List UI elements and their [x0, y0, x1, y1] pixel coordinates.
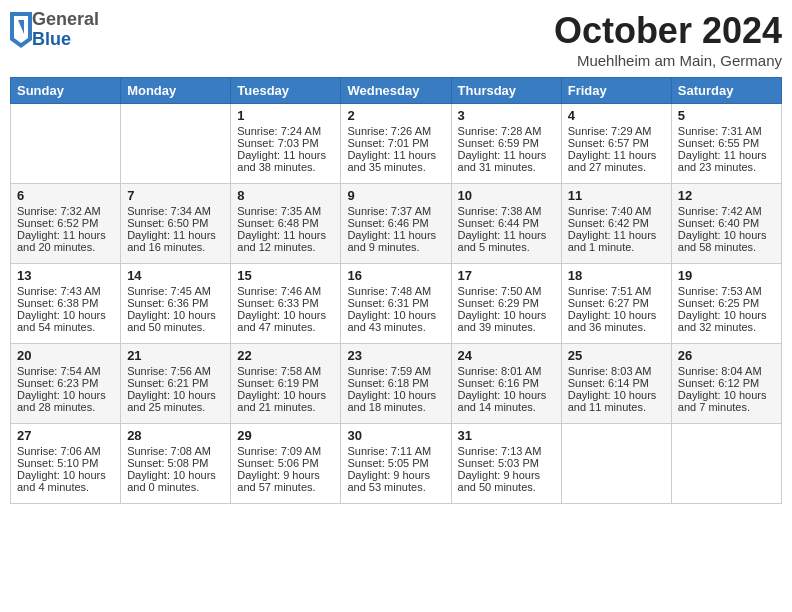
title-block: October 2024 Muehlheim am Main, Germany [554, 10, 782, 69]
sunset-text: Sunset: 5:10 PM [17, 457, 114, 469]
sunrise-text: Sunrise: 7:58 AM [237, 365, 334, 377]
location: Muehlheim am Main, Germany [554, 52, 782, 69]
daylight-text: Daylight: 11 hours and 9 minutes. [347, 229, 444, 253]
sunset-text: Sunset: 6:55 PM [678, 137, 775, 149]
calendar-cell: 16Sunrise: 7:48 AMSunset: 6:31 PMDayligh… [341, 264, 451, 344]
sunrise-text: Sunrise: 7:26 AM [347, 125, 444, 137]
sunset-text: Sunset: 5:08 PM [127, 457, 224, 469]
day-number: 19 [678, 268, 775, 283]
sunrise-text: Sunrise: 7:56 AM [127, 365, 224, 377]
day-number: 26 [678, 348, 775, 363]
daylight-text: Daylight: 11 hours and 27 minutes. [568, 149, 665, 173]
sunset-text: Sunset: 7:01 PM [347, 137, 444, 149]
sunset-text: Sunset: 6:33 PM [237, 297, 334, 309]
sunrise-text: Sunrise: 7:32 AM [17, 205, 114, 217]
calendar-cell [561, 424, 671, 504]
calendar-cell: 14Sunrise: 7:45 AMSunset: 6:36 PMDayligh… [121, 264, 231, 344]
sunrise-text: Sunrise: 7:48 AM [347, 285, 444, 297]
calendar-cell: 12Sunrise: 7:42 AMSunset: 6:40 PMDayligh… [671, 184, 781, 264]
day-number: 27 [17, 428, 114, 443]
calendar-cell: 19Sunrise: 7:53 AMSunset: 6:25 PMDayligh… [671, 264, 781, 344]
calendar-cell: 30Sunrise: 7:11 AMSunset: 5:05 PMDayligh… [341, 424, 451, 504]
logo-blue: Blue [32, 30, 99, 50]
col-friday: Friday [561, 78, 671, 104]
sunset-text: Sunset: 6:19 PM [237, 377, 334, 389]
sunrise-text: Sunrise: 8:04 AM [678, 365, 775, 377]
calendar-table: Sunday Monday Tuesday Wednesday Thursday… [10, 77, 782, 504]
sunrise-text: Sunrise: 7:53 AM [678, 285, 775, 297]
daylight-text: Daylight: 10 hours and 11 minutes. [568, 389, 665, 413]
logo-general: General [32, 10, 99, 30]
daylight-text: Daylight: 10 hours and 4 minutes. [17, 469, 114, 493]
calendar-cell: 3Sunrise: 7:28 AMSunset: 6:59 PMDaylight… [451, 104, 561, 184]
sunrise-text: Sunrise: 7:46 AM [237, 285, 334, 297]
calendar-cell [11, 104, 121, 184]
col-wednesday: Wednesday [341, 78, 451, 104]
calendar-cell: 5Sunrise: 7:31 AMSunset: 6:55 PMDaylight… [671, 104, 781, 184]
sunset-text: Sunset: 5:06 PM [237, 457, 334, 469]
day-number: 3 [458, 108, 555, 123]
day-number: 9 [347, 188, 444, 203]
daylight-text: Daylight: 11 hours and 20 minutes. [17, 229, 114, 253]
daylight-text: Daylight: 11 hours and 1 minute. [568, 229, 665, 253]
daylight-text: Daylight: 10 hours and 43 minutes. [347, 309, 444, 333]
day-number: 25 [568, 348, 665, 363]
calendar-cell: 1Sunrise: 7:24 AMSunset: 7:03 PMDaylight… [231, 104, 341, 184]
day-number: 4 [568, 108, 665, 123]
calendar-cell: 28Sunrise: 7:08 AMSunset: 5:08 PMDayligh… [121, 424, 231, 504]
daylight-text: Daylight: 11 hours and 23 minutes. [678, 149, 775, 173]
sunset-text: Sunset: 6:36 PM [127, 297, 224, 309]
daylight-text: Daylight: 10 hours and 14 minutes. [458, 389, 555, 413]
calendar-cell: 6Sunrise: 7:32 AMSunset: 6:52 PMDaylight… [11, 184, 121, 264]
calendar-cell [671, 424, 781, 504]
daylight-text: Daylight: 10 hours and 7 minutes. [678, 389, 775, 413]
sunrise-text: Sunrise: 7:08 AM [127, 445, 224, 457]
col-monday: Monday [121, 78, 231, 104]
day-number: 17 [458, 268, 555, 283]
daylight-text: Daylight: 11 hours and 12 minutes. [237, 229, 334, 253]
sunrise-text: Sunrise: 7:37 AM [347, 205, 444, 217]
sunset-text: Sunset: 6:42 PM [568, 217, 665, 229]
sunset-text: Sunset: 6:57 PM [568, 137, 665, 149]
calendar-week-4: 20Sunrise: 7:54 AMSunset: 6:23 PMDayligh… [11, 344, 782, 424]
calendar-cell: 29Sunrise: 7:09 AMSunset: 5:06 PMDayligh… [231, 424, 341, 504]
daylight-text: Daylight: 10 hours and 0 minutes. [127, 469, 224, 493]
day-number: 12 [678, 188, 775, 203]
daylight-text: Daylight: 11 hours and 35 minutes. [347, 149, 444, 173]
day-number: 14 [127, 268, 224, 283]
daylight-text: Daylight: 10 hours and 18 minutes. [347, 389, 444, 413]
day-number: 5 [678, 108, 775, 123]
day-number: 20 [17, 348, 114, 363]
calendar-body: 1Sunrise: 7:24 AMSunset: 7:03 PMDaylight… [11, 104, 782, 504]
calendar-cell: 17Sunrise: 7:50 AMSunset: 6:29 PMDayligh… [451, 264, 561, 344]
day-number: 11 [568, 188, 665, 203]
sunrise-text: Sunrise: 7:59 AM [347, 365, 444, 377]
calendar-header: Sunday Monday Tuesday Wednesday Thursday… [11, 78, 782, 104]
sunset-text: Sunset: 5:05 PM [347, 457, 444, 469]
day-number: 30 [347, 428, 444, 443]
daylight-text: Daylight: 10 hours and 39 minutes. [458, 309, 555, 333]
daylight-text: Daylight: 9 hours and 57 minutes. [237, 469, 334, 493]
calendar-cell: 23Sunrise: 7:59 AMSunset: 6:18 PMDayligh… [341, 344, 451, 424]
day-number: 23 [347, 348, 444, 363]
calendar-cell: 22Sunrise: 7:58 AMSunset: 6:19 PMDayligh… [231, 344, 341, 424]
calendar-cell: 26Sunrise: 8:04 AMSunset: 6:12 PMDayligh… [671, 344, 781, 424]
sunrise-text: Sunrise: 7:28 AM [458, 125, 555, 137]
sunset-text: Sunset: 6:21 PM [127, 377, 224, 389]
daylight-text: Daylight: 10 hours and 36 minutes. [568, 309, 665, 333]
sunrise-text: Sunrise: 7:35 AM [237, 205, 334, 217]
day-number: 29 [237, 428, 334, 443]
day-number: 1 [237, 108, 334, 123]
logo-text: General Blue [32, 10, 99, 50]
calendar-week-2: 6Sunrise: 7:32 AMSunset: 6:52 PMDaylight… [11, 184, 782, 264]
day-number: 13 [17, 268, 114, 283]
daylight-text: Daylight: 11 hours and 38 minutes. [237, 149, 334, 173]
calendar-cell: 11Sunrise: 7:40 AMSunset: 6:42 PMDayligh… [561, 184, 671, 264]
calendar-cell: 24Sunrise: 8:01 AMSunset: 6:16 PMDayligh… [451, 344, 561, 424]
sunrise-text: Sunrise: 7:13 AM [458, 445, 555, 457]
calendar-cell: 7Sunrise: 7:34 AMSunset: 6:50 PMDaylight… [121, 184, 231, 264]
col-thursday: Thursday [451, 78, 561, 104]
sunrise-text: Sunrise: 7:11 AM [347, 445, 444, 457]
daylight-text: Daylight: 10 hours and 54 minutes. [17, 309, 114, 333]
logo: General Blue [10, 10, 99, 50]
